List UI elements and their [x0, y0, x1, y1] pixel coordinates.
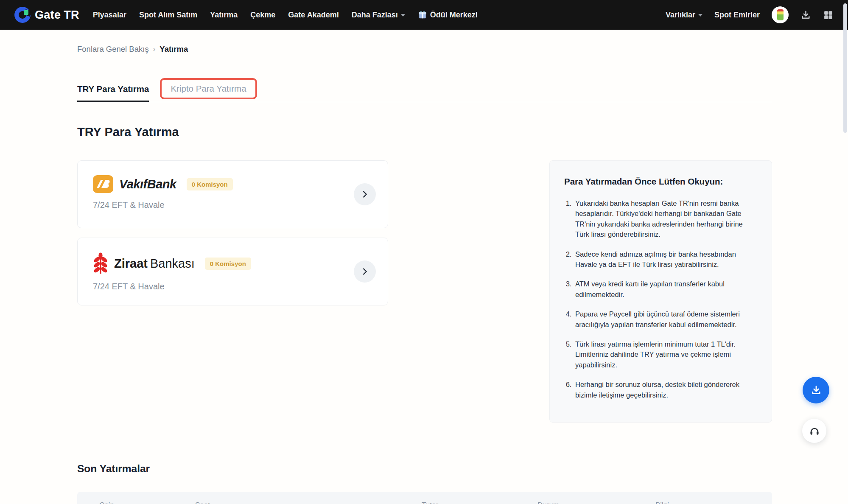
- info-list-item: Sadece kendi adınıza açılmış bir banka h…: [574, 249, 757, 270]
- main-content: Fonlara Genel Bakış › Yatırma TRY Para Y…: [77, 45, 772, 504]
- tab-try-para-yatirma[interactable]: TRY Para Yatırma: [77, 78, 149, 102]
- brand-logo[interactable]: GateTR: [14, 7, 79, 23]
- annotation-highlight-box[interactable]: Kripto Para Yatırma: [160, 78, 257, 99]
- open-bank-button[interactable]: [354, 183, 376, 205]
- info-list-item: Yukarıdaki banka hesapları Gate TR'nin r…: [574, 198, 757, 240]
- breadcrumb: Fonlara Genel Bakış › Yatırma: [77, 45, 772, 54]
- nav-item-yatirma[interactable]: Yatırma: [210, 11, 238, 20]
- bank-name: VakıfBank: [119, 177, 176, 191]
- gift-box-icon: [418, 10, 427, 20]
- gate-logo-icon: [14, 7, 31, 23]
- deposit-layout-row: VakıfBank 0 Komisyon 7/24 EFT & Havale: [77, 160, 772, 423]
- recent-deposits-title: Son Yatırmalar: [77, 463, 772, 475]
- nav-item-cekme[interactable]: Çekme: [250, 11, 275, 20]
- column-header-tutar: Tutar: [422, 501, 438, 504]
- bank-subtitle: 7/24 EFT & Havale: [93, 200, 388, 210]
- chevron-right-icon: [360, 267, 369, 276]
- scrollbar-thumb[interactable]: [843, 3, 847, 133]
- info-list-item: Türk lirası yatırma işlemlerin minimum t…: [574, 339, 757, 370]
- zero-commission-badge: 0 Komisyon: [187, 178, 233, 190]
- vakifbank-logo-icon: [93, 175, 113, 193]
- top-navigation: GateTR Piyasalar Spot Alım Satım Yatırma…: [0, 0, 848, 30]
- headphones-icon: [809, 426, 820, 437]
- bank-card-ziraat[interactable]: ZiraatBankası 0 Komisyon 7/24 EFT & Hava…: [77, 238, 388, 305]
- zero-commission-badge: 0 Komisyon: [205, 258, 251, 270]
- tab-kripto-para-yatirma[interactable]: Kripto Para Yatırma: [171, 84, 246, 93]
- info-list-item: ATM veya kredi kartı ile yapılan transfe…: [574, 279, 757, 300]
- breadcrumb-current: Yatırma: [160, 45, 188, 54]
- info-list-item: Papara ve Paycell gibi üçüncü taraf ödem…: [574, 309, 757, 330]
- chevron-right-icon: [360, 190, 369, 199]
- nav-item-spot-emirler[interactable]: Spot Emirler: [714, 11, 760, 20]
- bank-list: VakıfBank 0 Komisyon 7/24 EFT & Havale: [77, 160, 388, 315]
- download-app-fab[interactable]: [803, 377, 829, 403]
- breadcrumb-separator-icon: ›: [153, 45, 156, 53]
- deposit-tabs: TRY Para Yatırma Kripto Para Yatırma: [77, 78, 772, 102]
- chevron-down-icon: [401, 14, 405, 17]
- open-bank-button[interactable]: [354, 260, 376, 283]
- ziraat-logo-icon: [93, 252, 108, 274]
- bank-card-vakifbank[interactable]: VakıfBank 0 Komisyon 7/24 EFT & Havale: [77, 160, 388, 228]
- nav-item-varliklar[interactable]: Varlıklar: [666, 11, 702, 20]
- column-header-bilgi: Bilgi: [655, 501, 669, 504]
- download-icon: [810, 384, 822, 396]
- nav-item-spot-alim-satim[interactable]: Spot Alım Satım: [139, 11, 197, 20]
- bank-name: ZiraatBankası: [114, 257, 195, 271]
- brand-name: GateTR: [35, 8, 79, 22]
- recent-deposits-table-header: Coin Saat Tutar Durum Bilgi: [77, 492, 772, 504]
- info-list: Yukarıdaki banka hesapları Gate TR'nin r…: [564, 198, 757, 400]
- bank-subtitle: 7/24 EFT & Havale: [93, 282, 388, 291]
- nav-right-group: Varlıklar Spot Emirler: [666, 6, 834, 23]
- column-header-coin: Coin: [99, 501, 114, 504]
- apps-grid-icon[interactable]: [823, 10, 834, 20]
- deposit-info-panel: Para Yatırmadan Önce Lütfen Okuyun: Yuka…: [549, 160, 772, 423]
- column-header-saat: Saat: [195, 501, 210, 504]
- info-panel-title: Para Yatırmadan Önce Lütfen Okuyun:: [564, 176, 757, 187]
- nav-item-piyasalar[interactable]: Piyasalar: [93, 11, 126, 20]
- breadcrumb-parent-link[interactable]: Fonlara Genel Bakış: [77, 45, 149, 54]
- info-list-item: Herhangi bir sorunuz olursa, destek bile…: [574, 379, 757, 400]
- support-fab[interactable]: [802, 419, 826, 443]
- nav-item-gate-akademi[interactable]: Gate Akademi: [288, 11, 339, 20]
- chevron-down-icon: [698, 14, 702, 17]
- download-app-icon[interactable]: [800, 10, 811, 20]
- column-header-durum: Durum: [537, 501, 559, 504]
- nav-item-odul-merkezi[interactable]: Ödül Merkezi: [418, 10, 478, 20]
- user-avatar[interactable]: [772, 6, 789, 23]
- main-menu: Piyasalar Spot Alım Satım Yatırma Çekme …: [93, 10, 478, 20]
- nav-item-daha-fazlasi[interactable]: Daha Fazlası: [352, 11, 405, 20]
- page-title: TRY Para Yatırma: [77, 125, 772, 139]
